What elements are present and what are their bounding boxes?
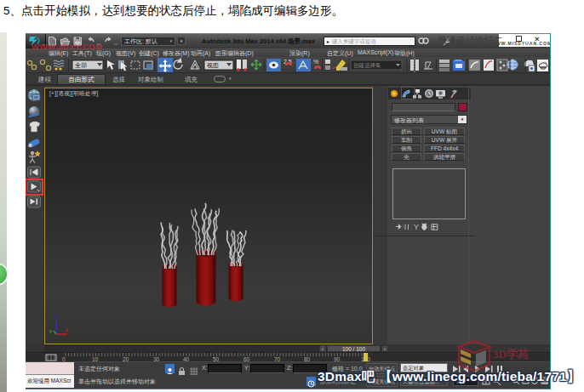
svg-text:y: y [49, 328, 53, 333]
svg-text:视图: 视图 [207, 62, 219, 69]
svg-text:%: % [313, 59, 318, 65]
svg-text:3D学苑: 3D学苑 [493, 348, 529, 361]
svg-text:x: x [66, 327, 69, 332]
svg-text:全部: 全部 [75, 62, 87, 69]
svg-text:创建选择集: 创建选择集 [353, 62, 381, 69]
svg-text:z: z [54, 314, 56, 319]
